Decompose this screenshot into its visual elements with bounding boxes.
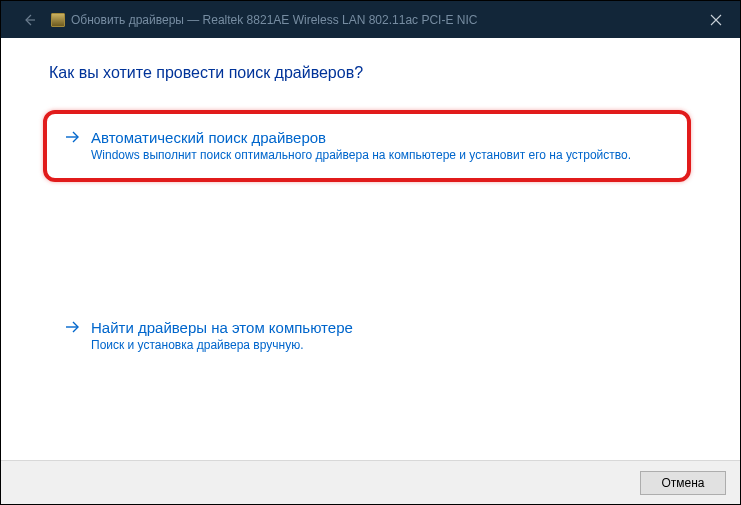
cancel-button[interactable]: Отмена [640, 471, 726, 495]
arrow-right-icon [63, 318, 81, 336]
device-icon [51, 13, 65, 27]
page-heading: Как вы хотите провести поиск драйверов? [49, 64, 363, 82]
option-description: Windows выполнит поиск оптимального драй… [91, 148, 670, 162]
client-area: Как вы хотите провести поиск драйверов? … [1, 38, 740, 504]
option-auto-search[interactable]: Автоматический поиск драйверов Windows в… [49, 116, 684, 176]
arrow-right-icon [63, 128, 81, 146]
arrow-left-icon [21, 12, 37, 28]
option-browse-computer[interactable]: Найти драйверы на этом компьютере Поиск … [49, 306, 684, 366]
close-icon [710, 14, 722, 26]
option-title: Найти драйверы на этом компьютере [91, 319, 353, 336]
option-title: Автоматический поиск драйверов [91, 129, 326, 146]
titlebar: Обновить драйверы — Realtek 8821AE Wirel… [1, 1, 740, 39]
option-description: Поиск и установка драйвера вручную. [91, 338, 670, 352]
window-title: Обновить драйверы — Realtek 8821AE Wirel… [71, 13, 477, 27]
close-button[interactable] [692, 1, 740, 39]
back-button[interactable] [15, 6, 43, 34]
footer: Отмена [1, 460, 740, 504]
